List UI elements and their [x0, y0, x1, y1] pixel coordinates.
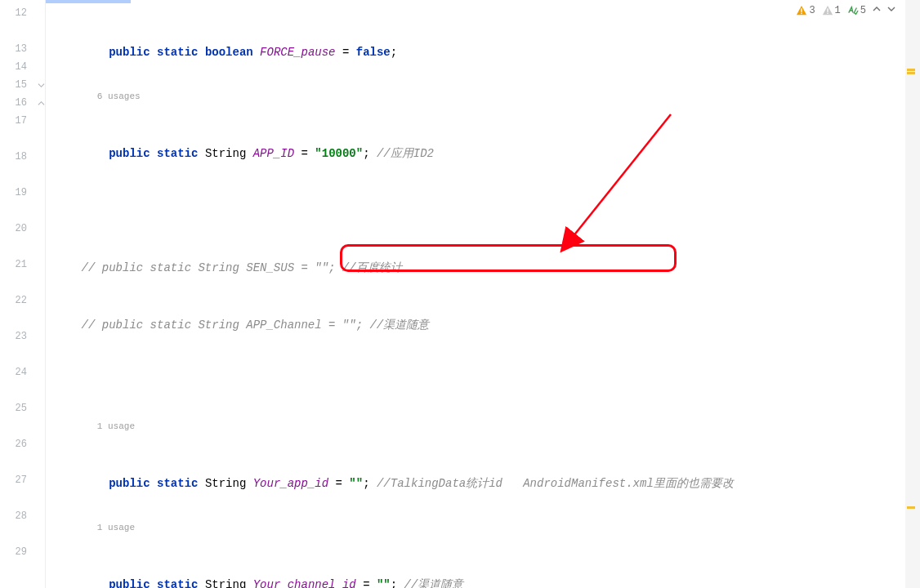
- comment: //TalkingData统计id AndroidManifest.xml里面的…: [377, 477, 734, 490]
- fold-marker-icon[interactable]: [36, 76, 46, 94]
- code-area[interactable]: public static boolean FORCE_pause = fals…: [46, 0, 905, 588]
- code-line[interactable]: [46, 202, 905, 220]
- keyword: boolean: [205, 46, 253, 59]
- svg-rect-3: [827, 13, 828, 14]
- keyword: static: [157, 46, 198, 59]
- warning-strong-count[interactable]: 3: [796, 5, 815, 16]
- inspection-up-icon[interactable]: [873, 5, 881, 16]
- code-editor[interactable]: 3 1 5 12 13 14 15 16 17 18 19 20 21: [0, 0, 920, 588]
- rail-warning-marker[interactable]: [907, 69, 915, 71]
- rail-warning-marker[interactable]: [907, 506, 915, 509]
- string-literal: "10000": [315, 147, 363, 160]
- code-line[interactable]: // public static String APP_Channel = ""…: [46, 316, 905, 334]
- rail-warning-marker[interactable]: [907, 72, 915, 74]
- inspection-widget[interactable]: 3 1 5: [793, 5, 899, 16]
- field-name: FORCE_pause: [260, 46, 335, 59]
- line-number[interactable]: 17: [0, 112, 45, 130]
- line-number[interactable]: 29: [0, 543, 45, 561]
- fold-marker-icon[interactable]: [36, 94, 46, 112]
- comment: // public static String SEN_SUS = ""; //…: [82, 261, 402, 274]
- error-stripe-rail[interactable]: [905, 0, 920, 588]
- code-line[interactable]: public static boolean FORCE_pause = fals…: [46, 43, 905, 61]
- keyword: false: [356, 46, 391, 59]
- line-number[interactable]: 25: [0, 399, 45, 417]
- code-line[interactable]: [46, 373, 905, 391]
- usage-hint[interactable]: 1 usage: [46, 417, 905, 435]
- inspection-down-icon[interactable]: [887, 5, 895, 16]
- warning-weak-count[interactable]: 1: [822, 5, 841, 16]
- line-number[interactable]: 27: [0, 471, 45, 489]
- line-number[interactable]: 26: [0, 435, 45, 453]
- line-number[interactable]: 28: [0, 507, 45, 525]
- line-gutter[interactable]: 12 13 14 15 16 17 18 19 20 21 22 23 24 2…: [0, 0, 46, 588]
- comment: //渠道随意: [404, 578, 464, 588]
- keyword: public: [109, 46, 150, 59]
- line-number[interactable]: 23: [0, 327, 45, 345]
- line-number[interactable]: 24: [0, 363, 45, 381]
- svg-rect-2: [827, 8, 828, 11]
- svg-rect-0: [802, 8, 802, 11]
- line-number[interactable]: 12: [0, 4, 45, 22]
- comment: // public static String APP_Channel = ""…: [82, 318, 430, 332]
- typo-count[interactable]: 5: [847, 5, 866, 16]
- svg-rect-1: [802, 13, 802, 14]
- usage-hint[interactable]: 6 usages: [46, 87, 905, 105]
- annotation-arrow-icon: [556, 106, 687, 253]
- line-number[interactable]: 13: [0, 40, 45, 58]
- line-number[interactable]: 22: [0, 292, 45, 310]
- code-line[interactable]: public static String APP_ID = "10000"; /…: [46, 145, 905, 163]
- code-line[interactable]: public static String Your_app_id = ""; /…: [46, 474, 905, 492]
- line-number[interactable]: 21: [0, 256, 45, 274]
- comment: //应用ID2: [377, 147, 434, 160]
- code-line[interactable]: // public static String SEN_SUS = ""; //…: [46, 259, 905, 277]
- line-number[interactable]: 14: [0, 58, 45, 76]
- line-number[interactable]: 20: [0, 220, 45, 238]
- line-number[interactable]: 19: [0, 184, 45, 202]
- code-line[interactable]: public static String Your_channel_id = "…: [46, 576, 905, 588]
- usage-hint[interactable]: 1 usage: [46, 519, 905, 537]
- line-number[interactable]: 18: [0, 148, 45, 166]
